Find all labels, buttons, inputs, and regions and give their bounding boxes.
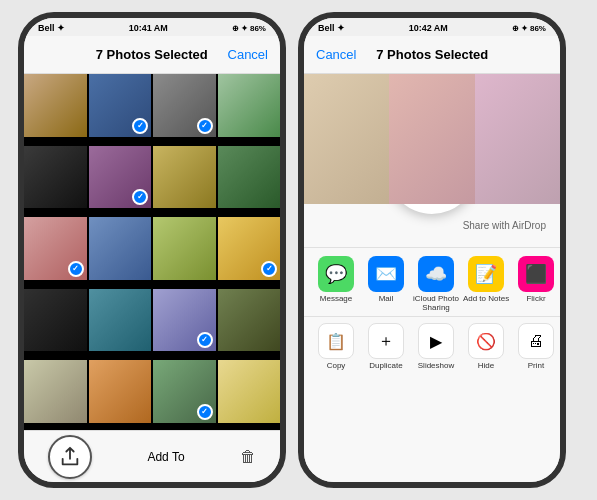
share-button[interactable]: [48, 435, 92, 479]
photo-cell[interactable]: [218, 217, 281, 280]
photo-cell[interactable]: [153, 360, 216, 423]
preview-photo-1: [304, 74, 389, 204]
action-item[interactable]: 📋Copy: [312, 323, 360, 370]
carrier-right: Bell ✦: [318, 23, 345, 33]
app-icon: 💬: [318, 256, 354, 292]
status-bar-left: Bell ✦ 10:41 AM ⊕ ✦ 86%: [24, 18, 280, 36]
photo-cell[interactable]: [89, 74, 152, 137]
photo-cell[interactable]: [89, 289, 152, 352]
photo-cell[interactable]: [153, 74, 216, 137]
nav-bar-left: 7 Photos Selected Cancel: [24, 36, 280, 74]
selection-badge: [132, 189, 148, 205]
battery-left: ⊕ ✦ 86%: [232, 24, 266, 33]
action-icon: 🚫: [468, 323, 504, 359]
photo-cell[interactable]: [89, 146, 152, 209]
photo-cell[interactable]: [24, 289, 87, 352]
share-sheet: Cella'sMacBook Pro Share with AirDrop 💬M…: [304, 204, 560, 482]
action-item[interactable]: ＋Duplicate: [362, 323, 410, 370]
share-preview-strip: [304, 74, 560, 204]
app-item[interactable]: 💬Message: [312, 256, 360, 312]
selection-badge: [197, 118, 213, 134]
action-label: Slideshow: [418, 361, 454, 370]
battery-right: ⊕ ✦ 86%: [512, 24, 546, 33]
nav-title-left: 7 Photos Selected: [96, 47, 208, 62]
action-icon: 📋: [318, 323, 354, 359]
app-icon: ⬛: [518, 256, 554, 292]
left-phone: Bell ✦ 10:41 AM ⊕ ✦ 86% 7 Photos Selecte…: [18, 12, 286, 488]
photo-cell[interactable]: [24, 74, 87, 137]
photo-cell[interactable]: [24, 360, 87, 423]
right-phone: Bell ✦ 10:42 AM ⊕ ✦ 86% Cancel 7 Photos …: [298, 12, 566, 488]
selection-badge: [197, 404, 213, 420]
add-to-button[interactable]: Add To: [147, 450, 184, 464]
preview-photo-3: [475, 74, 560, 204]
photo-grid: [24, 74, 280, 430]
selection-badge: [261, 261, 277, 277]
photo-cell[interactable]: [218, 74, 281, 137]
airdrop-label: Share with AirDrop: [318, 220, 546, 231]
app-label: Flickr: [526, 294, 545, 303]
nav-title-right: 7 Photos Selected: [376, 47, 488, 62]
selection-badge: [132, 118, 148, 134]
selection-badge: [68, 261, 84, 277]
photo-cell[interactable]: [24, 217, 87, 280]
photo-cell[interactable]: [153, 146, 216, 209]
cancel-button-left[interactable]: Cancel: [228, 47, 268, 62]
app-label: Add to Notes: [463, 294, 509, 303]
app-item[interactable]: ⬛Flickr: [512, 256, 560, 312]
photo-cell[interactable]: [218, 146, 281, 209]
action-icon: 🖨: [518, 323, 554, 359]
cancel-button-right[interactable]: Cancel: [316, 47, 356, 62]
app-label: Mail: [379, 294, 394, 303]
airdrop-device-name: Cella'sMacBook Pro: [403, 204, 461, 205]
action-item[interactable]: ▶Slideshow: [412, 323, 460, 370]
action-label: Print: [528, 361, 544, 370]
app-label: Message: [320, 294, 352, 303]
status-bar-right: Bell ✦ 10:42 AM ⊕ ✦ 86%: [304, 18, 560, 36]
app-item[interactable]: 📝Add to Notes: [462, 256, 510, 312]
photo-cell[interactable]: [218, 360, 281, 423]
photo-cell[interactable]: [24, 146, 87, 209]
share-icon: [59, 446, 81, 468]
bottom-toolbar-left: Add To 🗑: [24, 430, 280, 482]
action-icon: ＋: [368, 323, 404, 359]
selection-badge: [197, 332, 213, 348]
trash-button[interactable]: 🗑: [240, 448, 256, 466]
photo-cell[interactable]: [153, 289, 216, 352]
action-label: Copy: [327, 361, 346, 370]
apps-row: 💬Message✉️Mail☁️iCloud Photo Sharing📝Add…: [304, 248, 560, 317]
time-right: 10:42 AM: [409, 23, 448, 33]
action-item[interactable]: 🖨Print: [512, 323, 560, 370]
carrier-left: Bell ✦: [38, 23, 65, 33]
photo-cell[interactable]: [153, 217, 216, 280]
action-icon: ▶: [418, 323, 454, 359]
action-item[interactable]: 🚫Hide: [462, 323, 510, 370]
photo-cell[interactable]: [89, 217, 152, 280]
app-icon: 📝: [468, 256, 504, 292]
preview-photo-2: [389, 74, 474, 204]
app-label: iCloud Photo Sharing: [412, 294, 460, 312]
time-left: 10:41 AM: [129, 23, 168, 33]
actions-row: 📋Copy＋Duplicate▶Slideshow🚫Hide🖨Print: [304, 317, 560, 376]
app-icon: ✉️: [368, 256, 404, 292]
nav-bar-right: Cancel 7 Photos Selected: [304, 36, 560, 74]
app-item[interactable]: ✉️Mail: [362, 256, 410, 312]
action-label: Duplicate: [369, 361, 402, 370]
action-label: Hide: [478, 361, 494, 370]
app-icon: ☁️: [418, 256, 454, 292]
photo-cell[interactable]: [89, 360, 152, 423]
airdrop-device-bubble[interactable]: Cella'sMacBook Pro: [387, 204, 477, 214]
airdrop-row: Cella'sMacBook Pro Share with AirDrop: [304, 204, 560, 248]
photo-cell[interactable]: [218, 289, 281, 352]
app-item[interactable]: ☁️iCloud Photo Sharing: [412, 256, 460, 312]
